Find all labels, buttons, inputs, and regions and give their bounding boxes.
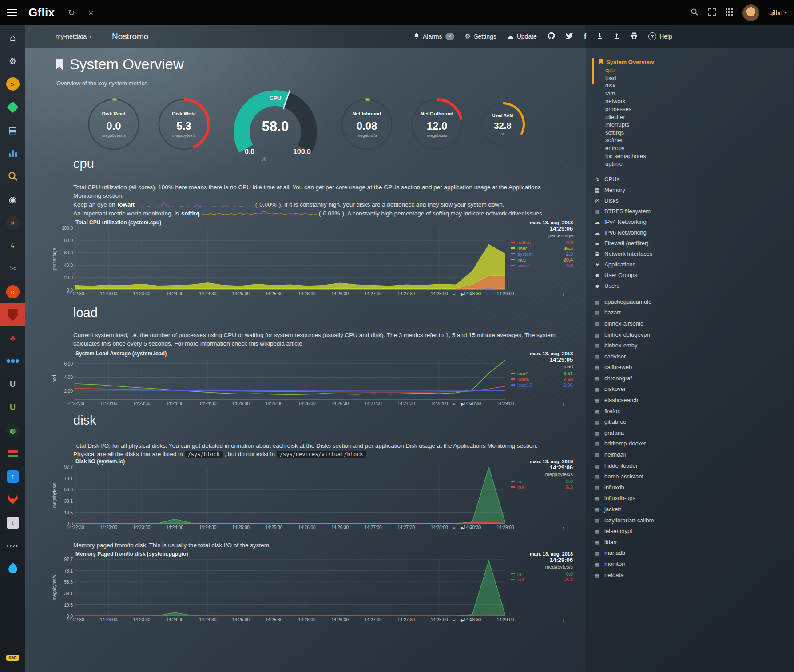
menu-item-monitorr[interactable]: ▦monitorr	[594, 559, 794, 570]
zoom-out-button[interactable]: −	[484, 525, 487, 531]
menu-item-home-assistant[interactable]: ▦home-assistant	[594, 471, 794, 482]
menu-item-cpus[interactable]: ↯CPUs	[594, 174, 794, 185]
sidebar-tab-ubooquity[interactable]: U	[0, 396, 25, 419]
sidebar-tab-deluge[interactable]	[0, 557, 25, 581]
pan-backward-button[interactable]: «	[453, 291, 456, 297]
menu-item-binhex-airsonic[interactable]: ▦binhex-airsonic	[594, 318, 794, 330]
sidebar-tab-home[interactable]: ⌂	[0, 26, 25, 49]
chart-canvas[interactable]	[75, 359, 505, 402]
play-button[interactable]: ▶	[461, 617, 464, 623]
pan-backward-button[interactable]: «	[453, 401, 456, 407]
sidebar-tab-plex[interactable]: >	[0, 72, 25, 95]
menu-item-netdata[interactable]: ▦netdata	[594, 570, 794, 581]
play-button[interactable]: ▶	[461, 291, 464, 297]
chart-canvas[interactable]	[75, 559, 505, 618]
menu-item-influxdb-ups[interactable]: ▦influxdb-ups	[594, 493, 794, 504]
refresh-icon[interactable]: ↻	[68, 8, 75, 18]
hamburger-menu-icon[interactable]	[7, 7, 17, 18]
legend-item-load1[interactable]: load16.51	[511, 370, 573, 376]
menu-item-btrfs-filesystem[interactable]: ▥BTRFS filesystem	[594, 206, 794, 217]
sidebar-tab-status-monitor[interactable]	[0, 442, 25, 465]
menu-item-hiddenloader[interactable]: ▦hiddenloader	[594, 461, 794, 472]
menu-item-apacheguacamole[interactable]: ▦apacheguacamole	[594, 297, 794, 308]
chart-resize-handle[interactable]: ↕	[562, 617, 565, 624]
menu-item-letsencrypt[interactable]: ▦letsencrypt	[594, 526, 794, 537]
menu-item-binhex-emby[interactable]: ▦binhex-emby	[594, 340, 794, 351]
menu-item-calibreweb[interactable]: ▦calibreweb	[594, 362, 794, 373]
zoom-in-button[interactable]: +	[477, 401, 480, 407]
menu-item-user-groups[interactable]: ☻User Groups	[594, 270, 794, 281]
pan-backward-button[interactable]: «	[453, 617, 456, 623]
menu-item-lazylibrarian-calibre[interactable]: ▦lazylibrarian-calibre	[594, 515, 794, 526]
menu-item-cadvisor[interactable]: ▦cadvisor	[594, 351, 794, 362]
menu-item-binhex-delugevpn[interactable]: ▦binhex-delugevpn	[594, 330, 794, 341]
export-download-button[interactable]	[597, 33, 603, 40]
legend-item-out[interactable]: out-5.2	[511, 577, 573, 582]
chart-canvas[interactable]	[75, 228, 505, 292]
play-button[interactable]: ▶	[461, 525, 464, 531]
twitter-link[interactable]	[566, 33, 573, 40]
sidebar-tab-git[interactable]	[0, 488, 25, 511]
host-dropdown[interactable]: my-netdata▾	[56, 33, 91, 40]
menu-item-ipv4-networking[interactable]: ☁IPv4 Networking	[594, 217, 794, 227]
user-avatar[interactable]	[742, 4, 759, 21]
menu-item-disk[interactable]: disk	[599, 82, 794, 90]
menu-item-applications[interactable]: ♥Applications	[594, 259, 794, 270]
legend-item-system[interactable]: system2.3	[511, 251, 573, 257]
menu-item-firefox[interactable]: ▦firefox	[594, 406, 794, 417]
menu-item-ipc-semaphores[interactable]: ipc semaphores	[599, 152, 794, 160]
alarms-button[interactable]: Alarms 2	[413, 32, 454, 40]
menu-item-grafana[interactable]: ▦grafana	[594, 428, 794, 439]
menu-item-softnet[interactable]: softnet	[599, 136, 794, 144]
legend-item-load15[interactable]: load152.06	[511, 382, 573, 388]
sidebar-tab-sabnzbd[interactable]: sab	[0, 646, 25, 669]
menu-item-elasticsearch[interactable]: ▦elasticsearch	[594, 395, 794, 406]
menu-item-users[interactable]: ☻Users	[594, 281, 794, 291]
pan-forward-button[interactable]: »	[469, 525, 472, 531]
sidebar-tab-nzbget[interactable]	[0, 95, 25, 119]
menu-item-lidarr[interactable]: ▦lidarr	[594, 537, 794, 548]
sidebar-tab-lazylibrarian[interactable]: LAZY	[0, 534, 25, 557]
menu-item-load[interactable]: load	[599, 74, 794, 82]
sidebar-tab-emby[interactable]: ◉	[0, 188, 25, 211]
menu-item-ipv6-networking[interactable]: ☁IPv6 Networking	[594, 227, 794, 238]
menu-item-processes[interactable]: processes	[599, 105, 794, 113]
zoom-out-button[interactable]: −	[484, 291, 487, 297]
legend-item-nice[interactable]: nice20.4	[511, 257, 573, 262]
github-link[interactable]	[548, 32, 555, 41]
sidebar-tab-mkv-cutter[interactable]: ✂	[0, 257, 25, 280]
sidebar-tab-tautulli[interactable]: ϟ	[0, 234, 25, 257]
zoom-in-button[interactable]: +	[477, 617, 480, 623]
legend-item-in[interactable]: in0.0	[511, 571, 573, 577]
zoom-out-button[interactable]: −	[484, 401, 487, 407]
sidebar-tab-downloader[interactable]: ↓	[0, 511, 25, 534]
sidebar-tab-unraid[interactable]: U	[0, 373, 25, 396]
menu-item-diskover[interactable]: ▦diskover	[594, 384, 794, 395]
menu-item-entropy[interactable]: entropy	[599, 144, 794, 152]
menu-item-hddtemp-docker[interactable]: ▦hddtemp-docker	[594, 438, 794, 449]
menu-item-memory[interactable]: ▤Memory	[594, 185, 794, 195]
menu-item-softirqs[interactable]: softirqs	[599, 129, 794, 137]
help-button[interactable]: ?Help	[648, 32, 672, 40]
play-button[interactable]: ▶	[461, 401, 464, 407]
chart-canvas[interactable]	[75, 467, 505, 525]
apps-grid-icon[interactable]	[726, 8, 733, 17]
zoom-in-button[interactable]: +	[477, 291, 480, 297]
legend-item-softirq[interactable]: softirq0.0	[511, 239, 573, 245]
sidebar-tab-jackett[interactable]	[0, 165, 25, 188]
zoom-out-button[interactable]: −	[484, 617, 487, 623]
menu-item-heimdall[interactable]: ▦heimdall	[594, 449, 794, 461]
pan-forward-button[interactable]: »	[469, 291, 472, 297]
sidebar-tab-duplicati[interactable]: ◍	[0, 419, 25, 442]
menu-item-ram[interactable]: ram	[599, 90, 794, 98]
legend-item-user[interactable]: user35.3	[511, 245, 573, 251]
settings-button[interactable]: ⚙Settings	[465, 32, 496, 40]
legend-item-out[interactable]: out-5.3	[511, 484, 573, 490]
legend-item-iowait[interactable]: iowait0.0	[511, 262, 573, 268]
menu-item-chronograf[interactable]: ▦chronograf	[594, 373, 794, 384]
menu-item-network[interactable]: network	[599, 97, 794, 105]
update-button[interactable]: ☁Update	[507, 32, 537, 40]
sidebar-tab-airsonic[interactable]	[0, 142, 25, 165]
zoom-in-button[interactable]: +	[477, 525, 480, 531]
sidebar-tab-settings[interactable]: ⚙	[0, 49, 25, 72]
